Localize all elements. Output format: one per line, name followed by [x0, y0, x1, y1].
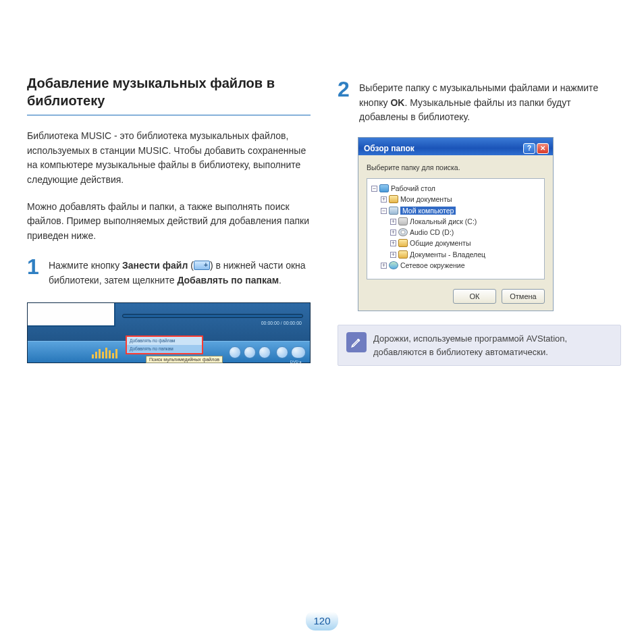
- dialog-title-text: Обзор папок: [364, 144, 414, 153]
- player-mode-button[interactable]: [291, 346, 306, 358]
- page-number: 120: [306, 612, 338, 630]
- title-rule: [27, 115, 311, 115]
- desktop-icon: [379, 184, 389, 192]
- folder-tree[interactable]: −Рабочий стол +Мои документы −Мой компью…: [367, 178, 545, 279]
- tree-label: Локальный диск (C:): [410, 217, 477, 225]
- tree-item-mycomputer[interactable]: −Мой компьютер +Локальный диск (C:) +Aud…: [381, 205, 541, 260]
- expand-icon[interactable]: +: [381, 263, 387, 269]
- expand-icon[interactable]: +: [390, 219, 396, 225]
- player-prev-button[interactable]: [229, 346, 241, 358]
- tree-item-audiocd[interactable]: +Audio CD (D:): [390, 227, 541, 238]
- player-library-panel: [28, 303, 115, 327]
- player-stop-button[interactable]: [276, 346, 288, 358]
- tree-item-mydocs[interactable]: +Мои документы: [381, 194, 541, 205]
- page-title: Добавление музыкальных файлов в библиоте…: [27, 74, 311, 109]
- browse-folders-dialog: Обзор папок ? ✕ Выберите папку для поиск…: [358, 137, 554, 311]
- folder-icon: [398, 250, 408, 259]
- computer-icon: [389, 207, 398, 215]
- expand-icon[interactable]: +: [390, 240, 396, 246]
- step-number-1: 1: [27, 256, 42, 288]
- player-dvd-label: DVD ▸: [290, 359, 302, 364]
- tree-label: Audio CD (D:): [410, 228, 454, 236]
- pencil-icon: [346, 332, 367, 352]
- intro-paragraph-1: Библиотека MUSIC - это библиотека музыка…: [27, 129, 311, 188]
- player-seek-bar[interactable]: [122, 314, 303, 318]
- cancel-button[interactable]: Отмена: [502, 289, 545, 304]
- step2-bold: OK: [390, 97, 404, 108]
- tree-item-localdisk[interactable]: +Локальный диск (C:): [390, 216, 541, 227]
- player-tooltip: Поиск мультимедийных файлов: [146, 356, 223, 363]
- expand-icon[interactable]: +: [390, 230, 396, 236]
- dialog-close-button[interactable]: ✕: [537, 143, 549, 154]
- step1-end: .: [279, 275, 281, 286]
- tree-label-selected: Мой компьютер: [400, 207, 456, 215]
- tree-label: Мои документы: [400, 195, 452, 203]
- tree-item-desktop[interactable]: −Рабочий стол +Мои документы −Мой компью…: [371, 183, 541, 271]
- menu-add-by-folders[interactable]: Добавлять по папкам: [127, 345, 202, 353]
- menu-add-by-files[interactable]: Добавлять по файлам: [127, 337, 202, 345]
- ok-button[interactable]: ОК: [453, 289, 496, 304]
- step1-bold1: Занести файл: [122, 260, 188, 271]
- collapse-icon[interactable]: −: [371, 186, 377, 192]
- expand-icon[interactable]: +: [390, 252, 396, 258]
- add-file-icon: [194, 261, 210, 270]
- dialog-help-button[interactable]: ?: [523, 143, 535, 154]
- tree-label: Общие документы: [410, 239, 471, 247]
- step-number-2: 2: [338, 78, 352, 125]
- disk-icon: [398, 217, 408, 225]
- intro-paragraph-2: Можно добавлять файлы и папки, а также в…: [27, 200, 311, 244]
- player-next-button[interactable]: [259, 346, 271, 358]
- network-icon: [389, 261, 398, 269]
- note-box: Дорожки, используемые программой AVStati…: [338, 325, 621, 366]
- tree-label: Сетевое окружение: [400, 261, 465, 269]
- step1-pre: Нажмите кнопку: [49, 260, 122, 271]
- player-equalizer-icon: [92, 346, 120, 358]
- tree-item-ownerdocs[interactable]: +Документы - Владелец: [390, 249, 541, 260]
- expand-icon[interactable]: +: [381, 196, 387, 203]
- media-player-screenshot: 00:00:00 / 00:00:00 DVD ▸ Добавлять по ф…: [27, 302, 311, 363]
- player-time-display: 00:00:00 / 00:00:00: [261, 321, 302, 325]
- cd-icon: [398, 228, 408, 236]
- folder-icon: [389, 195, 398, 203]
- step-2: 2 Выберите папку с музыкальными файлами …: [338, 78, 621, 125]
- player-play-button[interactable]: [244, 346, 256, 358]
- collapse-icon[interactable]: −: [381, 208, 387, 214]
- tree-label: Документы - Владелец: [410, 250, 485, 259]
- tree-item-network[interactable]: +Сетевое окружение: [381, 260, 541, 271]
- player-context-menu[interactable]: Добавлять по файлам Добавлять по папкам: [126, 336, 203, 354]
- tree-item-shared[interactable]: +Общие документы: [390, 238, 541, 248]
- folder-icon: [398, 239, 408, 247]
- tree-label: Рабочий стол: [391, 184, 435, 192]
- step-1: 1 Нажмите кнопку Занести файл () в нижне…: [27, 256, 311, 288]
- dialog-instruction-label: Выберите папку для поиска.: [367, 163, 545, 171]
- step-2-text: Выберите папку с музыкальными файлами и …: [359, 78, 621, 125]
- note-text: Дорожки, используемые программой AVStati…: [373, 332, 612, 358]
- step1-bold2: Добавлять по папкам: [177, 275, 279, 286]
- step1-mid: (: [188, 260, 194, 271]
- step-1-text: Нажмите кнопку Занести файл () в нижней …: [49, 256, 311, 288]
- dialog-titlebar[interactable]: Обзор папок ? ✕: [358, 138, 553, 155]
